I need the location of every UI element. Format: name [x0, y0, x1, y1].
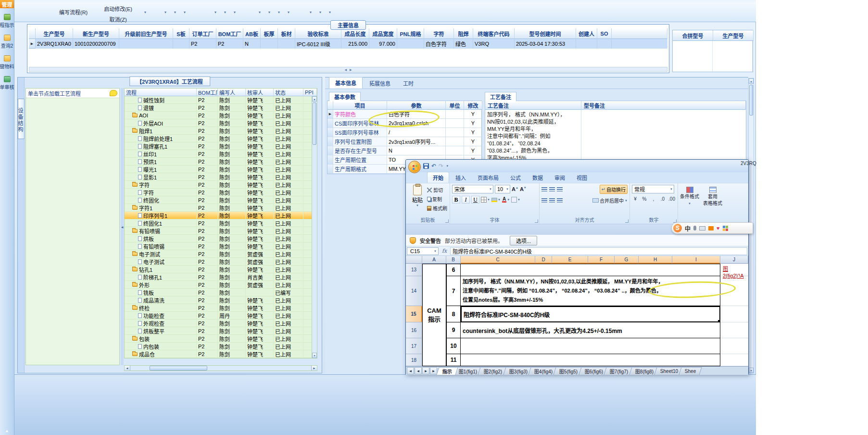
sheet-tab-指示[interactable]: 指示	[436, 367, 458, 375]
merge-model-cell[interactable]	[673, 41, 713, 72]
process-row[interactable]: 电子测试P2陈剑贺虚强已上网	[125, 258, 317, 266]
sidebar-item-单审核[interactable]: 单审核	[0, 76, 14, 90]
process-row[interactable]: 成品仓P2陈剑钟楚飞已上网	[125, 350, 317, 358]
param-row[interactable]: 序列号位置附图2v3rq1xra0序列号...Y	[327, 137, 481, 146]
cell-c13[interactable]	[461, 264, 720, 276]
process-row[interactable]: 钻孔1P2陈剑钟楚飞已上网	[125, 266, 317, 273]
cell[interactable]: 10010200200709	[73, 39, 119, 49]
process-tree-hscrollbar[interactable]	[124, 365, 317, 371]
font-name-combo[interactable]: 宋体	[452, 185, 493, 193]
redo-icon[interactable]	[439, 163, 443, 169]
combo-dropdown-icon[interactable]	[670, 188, 673, 191]
cell-j14[interactable]	[720, 276, 748, 306]
underline-button[interactable]: U	[471, 196, 479, 204]
scroll-up-icon[interactable]	[749, 78, 754, 84]
column-header[interactable]: 阻焊	[454, 28, 473, 39]
process-row[interactable]: 阻焊前处理1P2陈剑钟楚飞已上网	[125, 135, 317, 142]
process-tree-vscrollbar[interactable]	[312, 96, 317, 358]
toolbar-dropdown[interactable]	[265, 8, 273, 16]
column-header[interactable]: SO	[597, 28, 612, 39]
cell-a18[interactable]	[422, 354, 446, 366]
ribbon-tab-视图[interactable]: 视图	[571, 172, 592, 183]
format-as-table-button[interactable]: 套用 表格格式	[703, 185, 722, 217]
phonetic-button[interactable]	[511, 197, 520, 203]
number-format-combo[interactable]: 常规	[632, 185, 674, 193]
font-color-button[interactable]: A	[502, 197, 510, 203]
main-info-data-row[interactable]: 2V3RQ1XRA010010200200709P2P2NIPC-6012 II…	[29, 39, 667, 49]
cell-c17[interactable]	[461, 338, 720, 354]
collapse-left-icon[interactable]	[121, 225, 124, 229]
process-row[interactable]: 有铅喷锡P2陈剑钟楚飞已上网	[125, 243, 317, 250]
cell[interactable]: N	[243, 39, 261, 49]
scroll-up-icon[interactable]	[312, 96, 317, 102]
cell[interactable]: 白色字符	[424, 39, 454, 49]
cell-a17[interactable]	[422, 338, 446, 354]
process-row[interactable]: AOIP2陈剑钟楚飞已上网	[125, 112, 317, 119]
number-format-icon[interactable]: .0	[659, 195, 666, 202]
toolbar-dropdown[interactable]	[307, 8, 314, 16]
cell[interactable]	[597, 39, 612, 49]
cell[interactable]	[173, 39, 189, 49]
column-header-G[interactable]: G	[615, 256, 639, 264]
paste-dropdown-icon[interactable]	[416, 204, 419, 207]
cell[interactable]: 215.000	[341, 39, 369, 49]
row-header-18[interactable]: 18	[406, 354, 422, 366]
column-header[interactable]: 项目	[333, 101, 387, 110]
align-left-icon[interactable]	[541, 198, 547, 203]
cell[interactable]	[119, 39, 173, 49]
borders-button[interactable]	[481, 197, 490, 203]
cancel-button[interactable]: 取消(Z)	[100, 14, 137, 25]
fill-color-button[interactable]	[491, 198, 501, 202]
column-header[interactable]: 升级前旧生产型号	[119, 28, 173, 39]
param-value[interactable]: N	[387, 146, 446, 155]
sogou-logo-icon[interactable]: S	[673, 224, 682, 232]
row-header-13[interactable]: 13	[406, 264, 422, 276]
ribbon-tab-开始[interactable]: 开始	[427, 172, 449, 183]
figure-hyperlink[interactable]: 图2(fig2)'!A	[723, 266, 744, 279]
cell[interactable]: 绿色	[454, 39, 473, 49]
toolbar-dropdown[interactable]	[285, 8, 292, 16]
process-row[interactable]: 丝印1P2陈剑钟楚飞已上网	[125, 150, 317, 158]
column-header[interactable]: 型号创建时间	[515, 28, 576, 39]
insert-function-icon[interactable]: fx	[440, 248, 449, 254]
cell-c18[interactable]	[461, 354, 720, 366]
process-row[interactable]: 终固化P2陈剑钟楚飞已上网	[125, 196, 317, 204]
column-header-E[interactable]: E	[552, 256, 588, 264]
column-header[interactable]: 参数	[387, 101, 446, 110]
cell[interactable]: 97.000	[369, 39, 397, 49]
write-flow-button[interactable]: 编写流程(R)	[55, 7, 92, 17]
start-modify-button[interactable]: 启动修改(E)	[100, 3, 137, 14]
copy-button[interactable]: 复制	[427, 195, 447, 203]
main-info-hscrollbar[interactable]	[29, 67, 667, 72]
tab-process-notes[interactable]: 工艺备注	[485, 92, 516, 101]
column-header[interactable]: 成品宽度	[369, 28, 397, 39]
name-box[interactable]: C15	[407, 247, 439, 255]
number-format-icon[interactable]: %	[641, 195, 648, 202]
align-top-icon[interactable]	[541, 187, 547, 192]
scroll-right-icon[interactable]	[311, 366, 317, 371]
toolbar-dropdown[interactable]	[256, 8, 264, 16]
cell[interactable]: 2V3RQ1XRA0	[36, 39, 73, 49]
prev-sheet-icon[interactable]	[415, 367, 422, 374]
cell[interactable]	[278, 39, 295, 49]
align-right-icon[interactable]	[557, 198, 563, 203]
column-header-process-notes[interactable]: 工艺备注	[485, 101, 581, 110]
ribbon-tab-插入[interactable]: 插入	[450, 172, 471, 183]
scroll-right-icon[interactable]	[350, 68, 352, 71]
toolbar-dropdown[interactable]	[221, 8, 229, 16]
toolbox-icon[interactable]	[708, 226, 714, 230]
process-row[interactable]: 曝光1P2陈剑钟楚飞已上网	[125, 166, 317, 173]
process-panel-tab[interactable]: 【2V3RQ1XRA0】工艺流程	[129, 77, 210, 86]
column-header[interactable]: 状态	[274, 89, 303, 96]
process-row[interactable]: 电子测试P2陈剑贺虚强已上网	[125, 250, 317, 258]
column-header[interactable]: 成品长度	[341, 28, 369, 39]
column-header[interactable]: 验收标准	[295, 28, 341, 39]
param-row[interactable]: SS面印序列号菲林/Y	[327, 128, 481, 137]
toolbar-dropdown[interactable]	[212, 8, 219, 16]
column-header-A[interactable]: A	[422, 256, 446, 264]
process-row[interactable]: 烘板P2陈剑钟楚飞已上网	[125, 235, 317, 243]
scroll-thumb[interactable]	[749, 85, 753, 115]
cell[interactable]: P2	[216, 39, 243, 49]
tab-工时[interactable]: 工时	[397, 78, 419, 89]
process-row[interactable]: 外层AOIP2陈剑钟楚飞已上网	[125, 119, 317, 127]
